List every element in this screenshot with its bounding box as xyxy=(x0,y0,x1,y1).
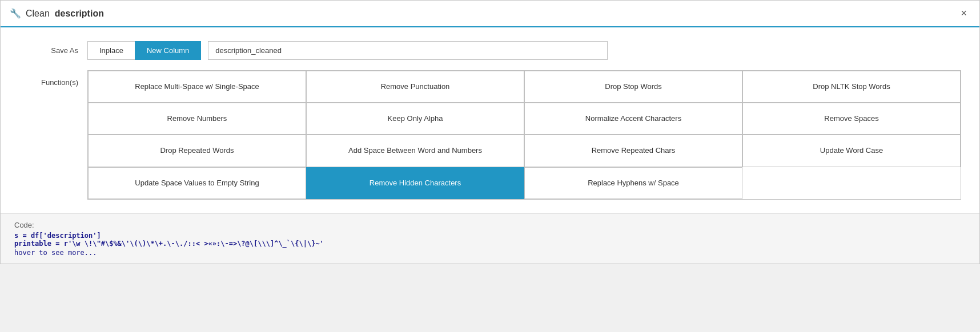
footer-code-label: Code: xyxy=(14,221,966,229)
footer-code-line2: printable = r'\w \!\"#\$%&\'\(\)\*\+.\-\… xyxy=(14,240,966,248)
functions-row: Function(s) Replace Multi-Space w/ Singl… xyxy=(19,70,961,200)
function-btn-remove-repeated-chars[interactable]: Remove Repeated Chars xyxy=(524,135,742,167)
inplace-button[interactable]: Inplace xyxy=(87,41,135,60)
function-btn-remove-numbers[interactable]: Remove Numbers xyxy=(88,103,306,135)
function-btn-update-space-values-to-empty-string[interactable]: Update Space Values to Empty String xyxy=(88,167,306,199)
footer-hover-text: hover to see more... xyxy=(14,249,966,257)
save-as-controls: Inplace New Column xyxy=(87,41,608,60)
function-btn-update-word-case[interactable]: Update Word Case xyxy=(742,135,961,167)
functions-grid: Replace Multi-Space w/ Single-SpaceRemov… xyxy=(87,70,961,200)
save-as-label: Save As xyxy=(19,46,87,55)
dialog-footer: Code: s = df['description'] printable = … xyxy=(1,213,979,264)
column-name-input[interactable] xyxy=(208,41,608,60)
function-btn-add-space-between-word-and-numbers[interactable]: Add Space Between Word and Numbers xyxy=(306,135,524,167)
function-btn-remove-punctuation[interactable]: Remove Punctuation xyxy=(306,71,524,103)
functions-label: Function(s) xyxy=(19,70,87,87)
dialog-body: Save As Inplace New Column Function(s) R… xyxy=(1,27,979,213)
new-column-button[interactable]: New Column xyxy=(135,41,201,60)
dialog: 🔧 Clean description × Save As Inplace Ne… xyxy=(0,0,980,264)
function-btn-keep-only-alpha[interactable]: Keep Only Alpha xyxy=(306,103,524,135)
function-btn-drop-nltk-stop-words[interactable]: Drop NLTK Stop Words xyxy=(742,71,961,103)
dialog-header: 🔧 Clean description × xyxy=(1,1,979,27)
save-as-row: Save As Inplace New Column xyxy=(19,41,961,60)
footer-code-line1: s = df['description'] xyxy=(14,232,966,240)
dialog-title-prefix: Clean xyxy=(26,9,50,18)
function-btn-remove-hidden-characters[interactable]: Remove Hidden Characters xyxy=(306,167,524,199)
function-btn-drop-stop-words[interactable]: Drop Stop Words xyxy=(524,71,742,103)
dialog-title-bold: description xyxy=(55,9,104,18)
close-button[interactable]: × xyxy=(957,6,970,21)
wrench-icon: 🔧 xyxy=(10,8,21,19)
dialog-title: Clean description xyxy=(26,9,104,19)
function-btn-normalize-accent-characters[interactable]: Normalize Accent Characters xyxy=(524,103,742,135)
function-btn-replace-multi-space[interactable]: Replace Multi-Space w/ Single-Space xyxy=(88,71,306,103)
function-btn-remove-spaces[interactable]: Remove Spaces xyxy=(742,103,961,135)
dialog-title-area: 🔧 Clean description xyxy=(10,8,104,19)
function-btn-drop-repeated-words[interactable]: Drop Repeated Words xyxy=(88,135,306,167)
function-btn-replace-hyphens-w-space[interactable]: Replace Hyphens w/ Space xyxy=(524,167,742,199)
